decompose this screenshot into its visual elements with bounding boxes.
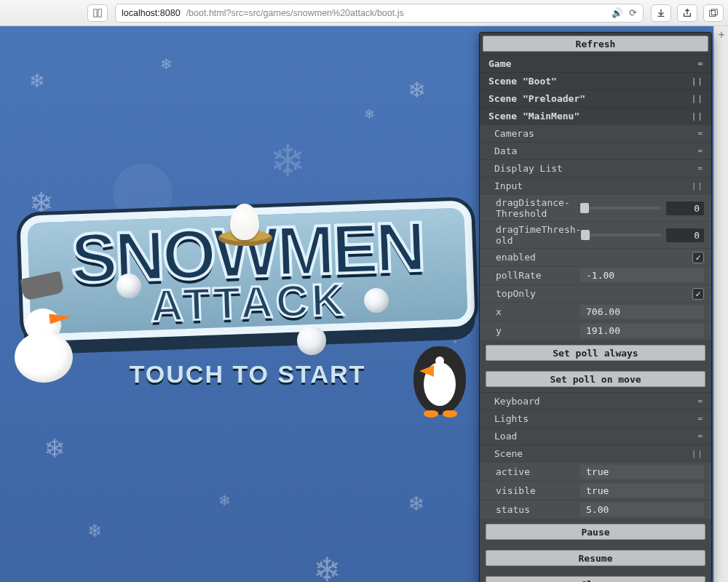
prop-value: true <box>580 484 704 498</box>
downloads-button[interactable] <box>651 4 671 22</box>
debug-panel[interactable]: Refresh Game = Scene "Boot" || Scene "Pr… <box>479 32 712 582</box>
slider-track[interactable] <box>581 234 662 236</box>
drag-handle-icon[interactable]: = <box>697 59 704 68</box>
section-label: Scene "MainMenu" <box>488 111 579 121</box>
share-button[interactable] <box>677 4 697 22</box>
snowflake-icon: ❄ <box>364 106 375 122</box>
prop-y: y 191.00 <box>480 321 711 340</box>
tabs-icon <box>708 8 719 18</box>
folder-label: Cameras <box>494 128 534 139</box>
slider-track[interactable] <box>580 207 662 210</box>
folder-scene[interactable]: Scene || <box>480 445 711 462</box>
resume-button[interactable]: Resume <box>486 550 705 566</box>
section-scene-boot[interactable]: Scene "Boot" || <box>480 72 711 89</box>
prop-value[interactable]: 191.00 <box>580 324 704 338</box>
prop-label: active <box>496 466 580 477</box>
prop-label: dragDistance-Threshold <box>496 197 580 219</box>
prop-toponly: topOnly <box>480 284 711 302</box>
drag-handle-icon[interactable]: = <box>697 396 704 406</box>
prop-value[interactable]: 0 <box>666 202 704 215</box>
drag-handle-icon[interactable]: || <box>692 111 704 121</box>
share-icon <box>682 8 692 18</box>
prop-value[interactable]: -1.00 <box>580 268 704 282</box>
prop-value[interactable]: 0 <box>666 228 704 242</box>
section-game[interactable]: Game = <box>480 55 711 72</box>
touch-to-start[interactable]: TOUCH TO START <box>22 360 473 388</box>
snowflake-icon: ❄ <box>160 55 173 73</box>
snowflake-icon: ❄ <box>44 434 66 464</box>
section-scene-mainmenu[interactable]: Scene "MainMenu" || <box>480 107 711 124</box>
folder-keyboard[interactable]: Keyboard = <box>480 392 711 410</box>
svg-rect-2 <box>710 10 716 16</box>
drag-handle-icon[interactable]: = <box>697 431 704 441</box>
snowflake-icon: ❄ <box>408 492 424 516</box>
section-label: Scene "Boot" <box>488 76 557 87</box>
prop-label: enabled <box>496 252 580 263</box>
penguin-sprite <box>414 346 466 415</box>
prop-x: x 706.00 <box>480 302 711 321</box>
snowflake-icon: ❄ <box>269 135 306 186</box>
snowflake-icon: ❄ <box>87 521 102 541</box>
drag-handle-icon[interactable]: = <box>697 129 704 138</box>
svg-rect-1 <box>98 9 101 17</box>
checkbox[interactable] <box>692 288 704 300</box>
snowflake-icon: ❄ <box>408 77 426 103</box>
section-label: Scene "Preloader" <box>488 93 585 104</box>
refresh-button[interactable]: Refresh <box>483 36 708 52</box>
drag-handle-icon[interactable]: = <box>697 164 704 173</box>
reload-icon[interactable]: ⟳ <box>629 7 637 18</box>
url-path: /boot.html?src=src/games/snowmen%20attac… <box>186 8 404 18</box>
set-poll-on-move-button[interactable]: Set poll on move <box>486 371 705 387</box>
folder-load[interactable]: Load = <box>480 427 711 445</box>
snowflake-icon: ❄ <box>313 550 341 582</box>
snowball-sprite <box>297 326 326 355</box>
tab-overview-button[interactable] <box>703 4 724 22</box>
url-bar[interactable]: localhost:8080 /boot.html?src=src/games/… <box>115 4 644 23</box>
egg-sprite <box>230 204 259 240</box>
folder-label: Input <box>494 180 523 191</box>
svg-rect-3 <box>711 9 717 15</box>
prop-label: status <box>496 504 580 515</box>
prop-label: y <box>496 325 580 336</box>
folder-data[interactable]: Data = <box>480 142 711 159</box>
folder-display-list[interactable]: Display List = <box>480 159 711 177</box>
prop-drag-distance-threshold: dragDistance-Threshold 0 <box>480 194 711 221</box>
pause-button[interactable]: Pause <box>486 524 705 540</box>
section-label: Game <box>488 58 511 69</box>
prop-enabled: enabled <box>480 248 711 266</box>
prop-value: 5.00 <box>580 503 704 517</box>
snowflake-icon: ❄ <box>29 70 45 92</box>
prop-visible: visible true <box>480 481 711 500</box>
reader-mode-button[interactable] <box>87 4 108 22</box>
snowflake-icon: ❄ <box>218 492 231 509</box>
folder-cameras[interactable]: Cameras = <box>480 124 711 142</box>
drag-handle-icon[interactable]: = <box>697 146 704 156</box>
folder-lights[interactable]: Lights = <box>480 410 711 427</box>
prop-active: active true <box>480 462 711 481</box>
section-scene-preloader[interactable]: Scene "Preloader" || <box>480 89 711 107</box>
download-icon <box>656 8 666 18</box>
drag-handle-icon[interactable]: || <box>692 94 704 103</box>
checkbox[interactable] <box>692 252 704 263</box>
sleep-button[interactable]: Sleep <box>486 576 705 582</box>
folder-label: Keyboard <box>494 396 540 407</box>
new-tab-button[interactable]: + <box>714 26 728 44</box>
vertical-tab-strip: + <box>713 26 728 582</box>
audio-icon[interactable]: 🔊 <box>612 7 623 18</box>
drag-handle-icon[interactable]: || <box>692 181 704 191</box>
set-poll-always-button[interactable]: Set poll always <box>486 345 705 361</box>
url-host: localhost:8080 <box>122 8 181 18</box>
slider-thumb[interactable] <box>581 230 590 240</box>
folder-input[interactable]: Input || <box>480 177 711 194</box>
prop-status: status 5.00 <box>480 500 711 519</box>
reader-icon <box>92 8 103 18</box>
prop-value[interactable]: 706.00 <box>580 305 704 319</box>
drag-handle-icon[interactable]: || <box>692 449 704 458</box>
drag-handle-icon[interactable]: || <box>692 76 704 86</box>
snowman-sprite <box>4 281 84 383</box>
folder-label: Load <box>494 431 517 442</box>
prop-label: dragTimeThresh-old <box>496 224 581 246</box>
slider-thumb[interactable] <box>580 203 589 213</box>
drag-handle-icon[interactable]: = <box>697 414 704 423</box>
browser-toolbar: localhost:8080 /boot.html?src=src/games/… <box>0 0 728 26</box>
